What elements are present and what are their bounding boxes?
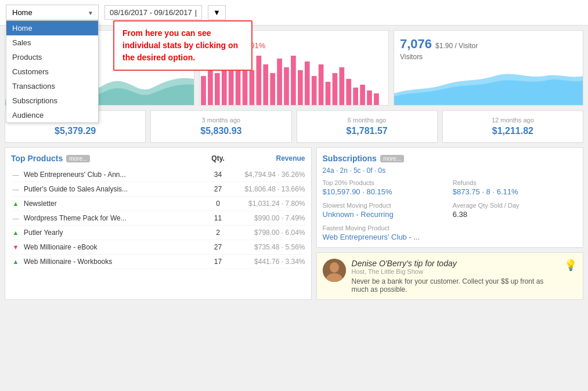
svg-rect-19: [333, 73, 338, 105]
product-qty: 34: [207, 171, 230, 179]
svg-rect-3: [222, 70, 227, 105]
product-qty: 2: [207, 229, 230, 237]
period-value-6m: $1,781.57: [303, 126, 431, 136]
svg-rect-2: [215, 73, 220, 105]
product-rev: $990.00 · 7.49%: [230, 214, 305, 222]
trend-up-icon: ▲: [11, 200, 20, 207]
product-name: Newsletter: [24, 200, 207, 208]
subscriptions-more-badge[interactable]: more...: [380, 155, 404, 162]
product-qty: 17: [207, 258, 230, 266]
date-range-arrow-button[interactable]: ▼: [208, 5, 226, 20]
top20-products-stat: Top 20% Products $10,597.90 · 80.15%: [323, 179, 447, 196]
svg-rect-7: [250, 70, 255, 105]
product-name: Putler's Guide to Sales Analysis...: [24, 185, 207, 193]
visitors-label: Visitors: [400, 53, 577, 61]
period-6months: 6 months ago $1,781.57: [297, 110, 438, 143]
tip-content: Denise O'Berry's tip for today Host, The…: [352, 259, 558, 294]
bottom-row: Top Products more... Qty. Revenue — Web …: [5, 147, 583, 300]
svg-rect-12: [284, 67, 289, 105]
product-qty: 11: [207, 214, 230, 222]
trend-neutral-icon: —: [11, 186, 20, 193]
visitors-chart-area: [394, 64, 583, 105]
menu-item-transactions[interactable]: Transactions: [6, 79, 98, 93]
subscription-counts: 24a · 2n · 5c · 0f · 0s: [323, 166, 577, 175]
product-rev: $735.48 · 5.56%: [230, 243, 305, 251]
right-section: Subscriptions more... 24a · 2n · 5c · 0f…: [316, 147, 583, 300]
date-range-display: 08/16/2017 - 09/16/2017 |: [104, 5, 202, 20]
product-row: ▲ Web Millionaire - Workbooks 17 $441.76…: [11, 255, 305, 269]
product-row: ▲ Putler Yearly 2 $798.00 · 6.04%: [11, 226, 305, 240]
product-qty: 27: [207, 243, 230, 251]
svg-rect-10: [270, 73, 275, 105]
nav-dropdown-wrapper: Home Home Sales Products Customers Trans…: [6, 5, 99, 20]
fastest-stat: Fastest Moving Product Web Entrepreneurs…: [323, 225, 447, 241]
period-value-12m: $1,211.82: [449, 126, 577, 136]
author-avatar: [323, 259, 346, 282]
svg-rect-17: [319, 64, 324, 105]
menu-item-audience[interactable]: Audience: [6, 108, 98, 122]
slowest-value: Unknown - Recurring: [323, 210, 447, 219]
product-rev: $1,031.24 · 7.80%: [230, 200, 305, 208]
bulb-icon: 💡: [564, 259, 577, 271]
menu-item-subscriptions[interactable]: Subscriptions: [6, 93, 98, 108]
svg-rect-8: [257, 56, 262, 105]
col-qty-header: Qty.: [207, 154, 230, 162]
svg-rect-5: [236, 67, 241, 105]
svg-rect-23: [360, 85, 365, 105]
avg-qty-value: 6.38: [453, 210, 577, 219]
svg-rect-16: [312, 76, 317, 105]
tip-text: Never be a bank for your customer. Colle…: [352, 277, 558, 294]
svg-rect-21: [346, 79, 351, 105]
product-qty: 0: [207, 200, 230, 208]
svg-rect-22: [353, 88, 358, 105]
product-name: Web Entrepreneurs' Club - Ann...: [24, 171, 207, 179]
fastest-label: Fastest Moving Product: [323, 225, 447, 231]
product-row: ▲ Newsletter 0 $1,031.24 · 7.80%: [11, 197, 305, 211]
menu-item-products[interactable]: Products: [6, 50, 98, 64]
period-label-6m: 6 months ago: [303, 117, 431, 124]
products-list: — Web Entrepreneurs' Club - Ann... 34 $4…: [11, 168, 305, 269]
product-row: — Putler's Guide to Sales Analysis... 27…: [11, 182, 305, 197]
nav-tooltip: From here you can see individual stats b…: [113, 20, 252, 71]
svg-rect-14: [298, 70, 303, 105]
col-rev-header: Revenue: [230, 154, 305, 162]
trend-neutral-icon: —: [11, 171, 20, 178]
visitors-sub-value: $1.90 / Visitor: [435, 42, 478, 50]
visitors-value: 7,076: [400, 37, 432, 52]
product-rev: $4,794.94 · 36.26%: [230, 171, 305, 179]
stats-grid: Top 20% Products $10,597.90 · 80.15% Ref…: [323, 179, 577, 241]
avg-qty-stat: Average Qty Sold / Day 6.38: [453, 202, 577, 219]
fastest-value: Web Entrepreneurs' Club - ...: [323, 233, 447, 241]
top20-label: Top 20% Products: [323, 179, 447, 186]
product-qty: 27: [207, 185, 230, 193]
subscriptions-title: Subscriptions: [323, 154, 377, 163]
products-more-badge[interactable]: more...: [66, 155, 90, 162]
product-row: — Wordpress Theme Pack for We... 11 $990…: [11, 211, 305, 226]
slowest-stat: Slowest Moving Product Unknown - Recurri…: [323, 202, 447, 219]
product-row: — Web Entrepreneurs' Club - Ann... 34 $4…: [11, 168, 305, 182]
product-rev: $1,806.48 · 13.66%: [230, 185, 305, 193]
svg-rect-25: [374, 93, 379, 105]
svg-rect-13: [291, 56, 296, 105]
avg-qty-label: Average Qty Sold / Day: [453, 202, 577, 209]
menu-item-sales[interactable]: Sales: [6, 35, 98, 50]
period-12months: 12 months ago $1,211.82: [442, 110, 583, 143]
product-name: Web Millionaire - Workbooks: [24, 258, 207, 266]
svg-rect-0: [201, 76, 206, 105]
menu-item-home[interactable]: Home: [6, 21, 98, 35]
svg-rect-18: [326, 82, 331, 105]
trend-down-icon: ▼: [11, 244, 20, 251]
nav-dropdown-button[interactable]: Home: [6, 5, 99, 20]
svg-point-27: [330, 262, 339, 273]
period-label-3m: 3 months ago: [157, 117, 285, 124]
period-value-3m: $5,830.93: [157, 126, 285, 136]
tip-host: Host, The Little Big Show: [352, 268, 558, 275]
product-rev: $441.76 · 3.34%: [230, 258, 305, 266]
svg-rect-20: [340, 67, 345, 105]
menu-item-customers[interactable]: Customers: [6, 64, 98, 79]
top-bar: Home Home Sales Products Customers Trans…: [0, 0, 588, 26]
refunds-value: $873.75 · 8 · 6.11%: [453, 187, 577, 196]
subscriptions-header: Subscriptions more...: [323, 154, 577, 163]
products-header: Top Products more... Qty. Revenue: [11, 154, 305, 163]
refunds-stat: Refunds $873.75 · 8 · 6.11%: [453, 179, 577, 196]
